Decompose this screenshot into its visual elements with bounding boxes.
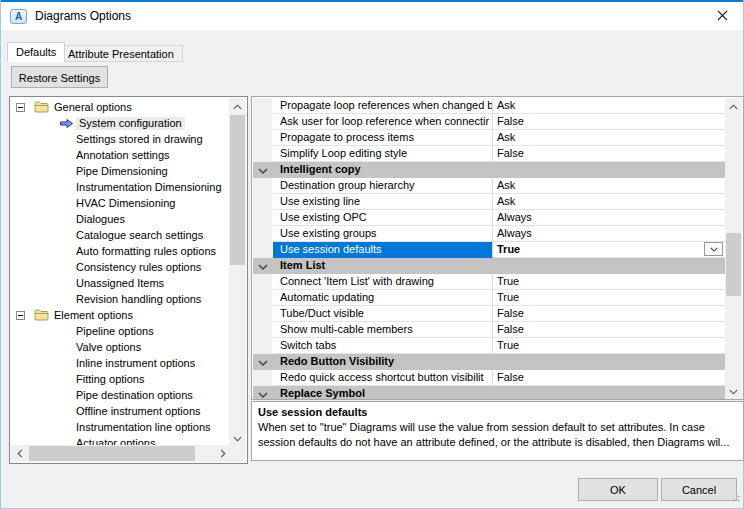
property-value[interactable]: True (493, 290, 725, 306)
property-name[interactable]: Connect 'Item List' with drawing (273, 274, 493, 290)
grid-row[interactable]: Redo quick access shortcut button visibi… (253, 370, 725, 386)
tree-item-instrumentation-dimensioning[interactable]: Instrumentation Dimensioning (11, 179, 229, 195)
section-collapse-area[interactable] (253, 386, 273, 400)
scroll-down-icon[interactable] (725, 383, 742, 400)
grid-row[interactable]: Tube/Duct visibleFalse (253, 306, 725, 322)
property-name[interactable]: Propagate to process items (273, 130, 493, 146)
grid-section-row[interactable]: Intelligent copy (253, 162, 725, 178)
property-grid: Propagate loop references when changed b… (251, 96, 744, 400)
scrollbar-thumb[interactable] (29, 446, 195, 461)
property-value[interactable]: Always (493, 226, 725, 242)
tab-attribute-presentation[interactable]: Attribute Presentation (59, 45, 183, 62)
grid-section-row[interactable]: Item List (253, 258, 725, 274)
scroll-up-icon[interactable] (229, 98, 246, 115)
tree-hscrollbar[interactable] (11, 445, 231, 462)
scroll-left-icon[interactable] (11, 445, 28, 462)
scrollbar-thumb[interactable] (726, 233, 741, 296)
collapse-expander-icon[interactable] (16, 103, 25, 112)
property-value[interactable]: Ask (493, 178, 725, 194)
section-collapse-area[interactable] (253, 354, 273, 370)
property-value-text: True (497, 243, 520, 255)
property-name[interactable]: Use existing line (273, 194, 493, 210)
tree-item-offline-instrument-options[interactable]: Offline instrument options (11, 403, 229, 419)
grid-row[interactable]: Simplify Loop editing styleFalse (253, 146, 725, 162)
grid-row[interactable]: Use existing lineAsk (253, 194, 725, 210)
property-name[interactable]: Use session defaults (273, 242, 493, 258)
property-name[interactable]: Simplify Loop editing style (273, 146, 493, 162)
grid-vscrollbar[interactable] (725, 98, 742, 400)
tree-item-auto-formatting-rules-options[interactable]: Auto formatting rules options (11, 243, 229, 259)
tree-item-label: HVAC Dimensioning (76, 197, 175, 209)
grid-row[interactable]: Automatic updatingTrue (253, 290, 725, 306)
property-name[interactable]: Use existing groups (273, 226, 493, 242)
grid-section-row[interactable]: Replace Symbol (253, 386, 725, 400)
property-value[interactable]: False (493, 370, 725, 386)
property-value[interactable]: True (493, 338, 725, 354)
close-button[interactable] (701, 2, 743, 30)
tree-item-instrumentation-line-options[interactable]: Instrumentation line options (11, 419, 229, 435)
combobox-dropdown-button[interactable] (704, 242, 723, 256)
grid-row[interactable]: Use existing OPCAlways (253, 210, 725, 226)
tree-item-annotation-settings[interactable]: Annotation settings (11, 147, 229, 163)
grid-row[interactable]: Destination group hierarchyAsk (253, 178, 725, 194)
restore-settings-button[interactable]: Restore Settings (11, 66, 108, 88)
property-value[interactable]: True (493, 242, 725, 258)
tree-item-pipe-destination-options[interactable]: Pipe destination options (11, 387, 229, 403)
scrollbar-thumb[interactable] (230, 115, 245, 265)
ok-button[interactable]: OK (578, 478, 658, 501)
tree-item-pipeline-options[interactable]: Pipeline options (11, 323, 229, 339)
property-name[interactable]: Show multi-cable members (273, 322, 493, 338)
grid-row[interactable]: Propagate loop references when changed b… (253, 98, 725, 114)
tree-item-general-options[interactable]: General options (11, 99, 229, 115)
tree-item-element-options[interactable]: Element options (11, 307, 229, 323)
property-name[interactable]: Propagate loop references when changed b (273, 98, 493, 114)
tree-item-hvac-dimensioning[interactable]: HVAC Dimensioning (11, 195, 229, 211)
tree-item-pipe-dimensioning[interactable]: Pipe Dimensioning (11, 163, 229, 179)
property-name[interactable]: Use existing OPC (273, 210, 493, 226)
property-value[interactable]: Always (493, 210, 725, 226)
property-name[interactable]: Automatic updating (273, 290, 493, 306)
grid-row[interactable]: Show multi-cable membersFalse (253, 322, 725, 338)
grid-row-selected[interactable]: Use session defaults True (253, 242, 725, 258)
property-value[interactable]: Ask (493, 130, 725, 146)
tree-item-system-configuration[interactable]: System configuration (11, 115, 229, 131)
grid-row[interactable]: Ask user for loop reference when connect… (253, 114, 725, 130)
tab-defaults[interactable]: Defaults (7, 42, 65, 62)
chevron-down-icon (258, 164, 268, 176)
grid-section-row[interactable]: Redo Button Visibility (253, 354, 725, 370)
property-name[interactable]: Destination group hierarchy (273, 178, 493, 194)
property-value[interactable]: False (493, 306, 725, 322)
property-value[interactable]: False (493, 322, 725, 338)
tree-item-unassigned-items[interactable]: Unassigned Items (11, 275, 229, 291)
grid-row[interactable]: Switch tabsTrue (253, 338, 725, 354)
titlebar[interactable]: A Diagrams Options (1, 2, 743, 30)
grid-row[interactable]: Propagate to process itemsAsk (253, 130, 725, 146)
grid-row[interactable]: Connect 'Item List' with drawingTrue (253, 274, 725, 290)
property-value[interactable]: True (493, 274, 725, 290)
property-value[interactable]: Ask (493, 194, 725, 210)
tree-item-settings-stored-in-drawing[interactable]: Settings stored in drawing (11, 131, 229, 147)
resize-grip-icon[interactable] (731, 488, 740, 506)
property-name[interactable]: Tube/Duct visible (273, 306, 493, 322)
property-value[interactable]: False (493, 146, 725, 162)
section-collapse-area[interactable] (253, 162, 273, 178)
section-collapse-area[interactable] (253, 258, 273, 274)
scroll-up-icon[interactable] (725, 98, 742, 115)
tree-item-revision-handling-options[interactable]: Revision handling options (11, 291, 229, 307)
property-value[interactable]: Ask (493, 98, 725, 114)
tree-item-catalogue-search-settings[interactable]: Catalogue search settings (11, 227, 229, 243)
property-name[interactable]: Switch tabs (273, 338, 493, 354)
property-name[interactable]: Ask user for loop reference when connect… (273, 114, 493, 130)
property-value[interactable]: False (493, 114, 725, 130)
cancel-button[interactable]: Cancel (661, 478, 737, 501)
property-name[interactable]: Redo quick access shortcut button visibi… (273, 370, 493, 386)
tree-item-dialogues[interactable]: Dialogues (11, 211, 229, 227)
tree-vscrollbar[interactable] (229, 98, 246, 447)
tree-item-label: Pipe Dimensioning (76, 165, 168, 177)
collapse-expander-icon[interactable] (16, 311, 25, 320)
tree-item-fitting-options[interactable]: Fitting options (11, 371, 229, 387)
tree-item-consistency-rules-options[interactable]: Consistency rules options (11, 259, 229, 275)
grid-row[interactable]: Use existing groupsAlways (253, 226, 725, 242)
tree-item-valve-options[interactable]: Valve options (11, 339, 229, 355)
tree-item-inline-instrument-options[interactable]: Inline instrument options (11, 355, 229, 371)
